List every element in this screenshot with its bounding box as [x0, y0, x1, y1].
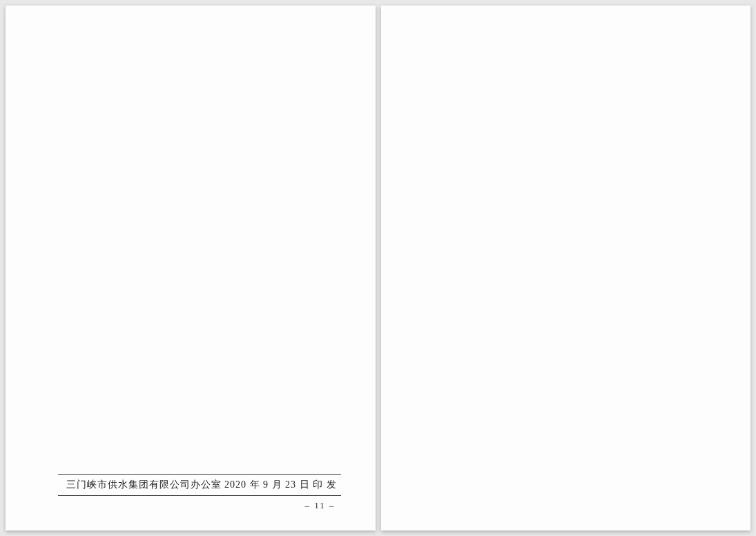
page-spread: 三门峡市供水集团有限公司办公室 2020 年 9 月 23 日 印 发 – 11… [0, 0, 756, 536]
footer-date: 2020 年 9 月 23 日 印 发 [224, 479, 337, 491]
footer-top-rule [58, 474, 341, 475]
footer-line: 三门峡市供水集团有限公司办公室 2020 年 9 月 23 日 印 发 [58, 476, 341, 494]
right-page [381, 6, 751, 530]
left-page: 三门峡市供水集团有限公司办公室 2020 年 9 月 23 日 印 发 – 11… [6, 6, 376, 530]
page-number: – 11 – [304, 500, 335, 511]
footer-block: 三门峡市供水集团有限公司办公室 2020 年 9 月 23 日 印 发 [58, 474, 341, 496]
left-page-content: 三门峡市供水集团有限公司办公室 2020 年 9 月 23 日 印 发 – 11… [6, 6, 376, 530]
footer-bottom-rule [58, 495, 341, 496]
footer-issuer: 三门峡市供水集团有限公司办公室 [66, 479, 222, 491]
